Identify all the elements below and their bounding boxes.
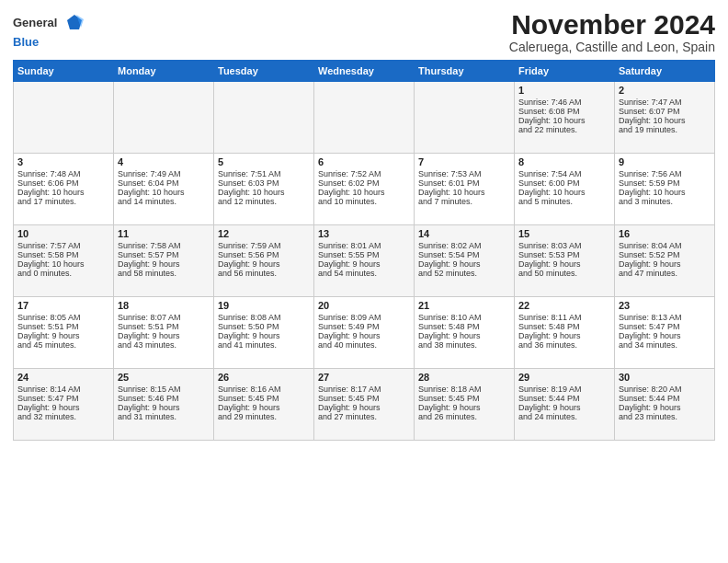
day-info: Sunrise: 8:07 AM — [118, 313, 210, 322]
day-info: Sunrise: 7:49 AM — [118, 169, 210, 178]
day-info: Sunset: 5:48 PM — [418, 322, 510, 331]
calendar-cell: 12Sunrise: 7:59 AMSunset: 5:56 PMDayligh… — [214, 225, 314, 297]
day-number: 8 — [518, 156, 610, 167]
calendar-week-row: 3Sunrise: 7:48 AMSunset: 6:06 PMDaylight… — [14, 154, 715, 225]
day-number: 12 — [218, 228, 310, 239]
day-info: and 19 minutes. — [619, 125, 711, 134]
day-info: Sunrise: 7:59 AM — [218, 241, 310, 250]
day-number: 30 — [619, 372, 711, 383]
day-info: Daylight: 10 hours — [17, 188, 109, 197]
calendar-cell: 10Sunrise: 7:57 AMSunset: 5:58 PMDayligh… — [14, 225, 114, 297]
day-info: and 10 minutes. — [318, 197, 410, 206]
day-info: Sunset: 5:48 PM — [518, 322, 610, 331]
day-info: Sunrise: 8:09 AM — [318, 313, 410, 322]
day-info: Sunset: 5:57 PM — [118, 250, 210, 259]
day-info: Sunrise: 8:20 AM — [619, 385, 711, 394]
day-info: Sunset: 5:51 PM — [118, 322, 210, 331]
day-info: and 34 minutes. — [619, 340, 711, 350]
day-info: Sunrise: 7:48 AM — [17, 169, 109, 178]
day-number: 15 — [518, 228, 610, 239]
day-info: and 24 minutes. — [518, 412, 610, 421]
day-info: Sunrise: 7:51 AM — [218, 169, 310, 178]
day-info: and 0 minutes. — [17, 269, 109, 278]
day-info: and 54 minutes. — [318, 269, 410, 278]
day-info: Sunrise: 8:05 AM — [17, 313, 109, 322]
logo-general: General — [13, 16, 57, 29]
day-info: Sunset: 5:49 PM — [318, 322, 410, 331]
day-info: Sunrise: 7:52 AM — [318, 169, 410, 178]
day-info: Sunrise: 8:17 AM — [318, 385, 410, 394]
calendar-cell: 22Sunrise: 8:11 AMSunset: 5:48 PMDayligh… — [515, 297, 615, 369]
day-info: Sunrise: 8:13 AM — [619, 313, 711, 322]
day-info: Sunset: 5:50 PM — [218, 322, 310, 331]
calendar-cell: 21Sunrise: 8:10 AMSunset: 5:48 PMDayligh… — [415, 297, 515, 369]
day-info: Sunset: 5:51 PM — [17, 322, 109, 331]
calendar-cell: 1Sunrise: 7:46 AMSunset: 6:08 PMDaylight… — [515, 82, 615, 154]
calendar-cell: 18Sunrise: 8:07 AMSunset: 5:51 PMDayligh… — [114, 297, 214, 369]
day-info: Sunset: 6:01 PM — [418, 178, 510, 188]
day-info: Daylight: 9 hours — [518, 403, 610, 412]
calendar-cell: 15Sunrise: 8:03 AMSunset: 5:53 PMDayligh… — [515, 225, 615, 297]
day-info: Daylight: 9 hours — [318, 331, 410, 340]
calendar-cell: 14Sunrise: 8:02 AMSunset: 5:54 PMDayligh… — [415, 225, 515, 297]
day-info: and 31 minutes. — [118, 412, 210, 421]
day-number: 28 — [418, 372, 510, 383]
day-number: 2 — [619, 85, 711, 96]
header: General Blue November 2024 Caleruega, Ca… — [13, 9, 715, 54]
day-info: and 5 minutes. — [518, 197, 610, 206]
day-info: Sunrise: 8:10 AM — [418, 313, 510, 322]
day-info: Daylight: 9 hours — [17, 403, 109, 412]
day-info: and 17 minutes. — [17, 197, 109, 206]
day-info: and 38 minutes. — [418, 340, 510, 350]
day-info: Sunrise: 7:54 AM — [518, 169, 610, 178]
calendar-cell: 23Sunrise: 8:13 AMSunset: 5:47 PMDayligh… — [615, 297, 715, 369]
header-monday: Monday — [114, 61, 214, 82]
day-number: 25 — [118, 372, 210, 383]
month-title: November 2024 — [509, 9, 715, 40]
day-info: and 26 minutes. — [418, 412, 510, 421]
day-info: and 14 minutes. — [118, 197, 210, 206]
day-info: and 58 minutes. — [118, 269, 210, 278]
day-info: and 41 minutes. — [218, 340, 310, 350]
day-info: Daylight: 9 hours — [619, 403, 711, 412]
day-info: Sunrise: 7:58 AM — [118, 241, 210, 250]
day-info: and 47 minutes. — [619, 269, 711, 278]
day-info: Daylight: 9 hours — [418, 403, 510, 412]
day-info: Sunset: 6:06 PM — [17, 178, 109, 188]
day-info: and 32 minutes. — [17, 412, 109, 421]
calendar-week-row: 17Sunrise: 8:05 AMSunset: 5:51 PMDayligh… — [14, 297, 715, 369]
day-info: Sunset: 5:55 PM — [318, 250, 410, 259]
day-info: Sunset: 5:45 PM — [418, 394, 510, 403]
day-number: 10 — [17, 228, 109, 239]
day-number: 23 — [619, 300, 711, 311]
location-subtitle: Caleruega, Castille and Leon, Spain — [509, 40, 715, 54]
day-info: Sunrise: 8:16 AM — [218, 385, 310, 394]
day-info: and 43 minutes. — [118, 340, 210, 350]
day-number: 26 — [218, 372, 310, 383]
day-number: 17 — [17, 300, 109, 311]
day-number: 19 — [218, 300, 310, 311]
page: General Blue November 2024 Caleruega, Ca… — [0, 0, 728, 563]
calendar-cell: 27Sunrise: 8:17 AMSunset: 5:45 PMDayligh… — [314, 369, 415, 441]
calendar-cell: 30Sunrise: 8:20 AMSunset: 5:44 PMDayligh… — [615, 369, 715, 441]
day-info: Sunrise: 8:19 AM — [518, 385, 610, 394]
day-info: and 52 minutes. — [418, 269, 510, 278]
day-number: 16 — [619, 228, 711, 239]
day-info: Sunset: 5:44 PM — [518, 394, 610, 403]
day-info: and 40 minutes. — [318, 340, 410, 350]
calendar-cell: 28Sunrise: 8:18 AMSunset: 5:45 PMDayligh… — [415, 369, 515, 441]
day-info: Daylight: 10 hours — [518, 116, 610, 125]
day-number: 7 — [418, 156, 510, 167]
day-info: Sunset: 6:00 PM — [518, 178, 610, 188]
header-wednesday: Wednesday — [314, 61, 415, 82]
day-info: and 3 minutes. — [619, 197, 711, 206]
day-info: Sunset: 5:44 PM — [619, 394, 711, 403]
day-info: Daylight: 9 hours — [518, 331, 610, 340]
day-info: Sunset: 6:03 PM — [218, 178, 310, 188]
day-info: Daylight: 10 hours — [17, 259, 109, 269]
calendar-cell: 25Sunrise: 8:15 AMSunset: 5:46 PMDayligh… — [114, 369, 214, 441]
calendar-cell: 24Sunrise: 8:14 AMSunset: 5:47 PMDayligh… — [14, 369, 114, 441]
header-saturday: Saturday — [615, 61, 715, 82]
day-info: Sunrise: 8:04 AM — [619, 241, 711, 250]
day-info: Sunset: 5:54 PM — [418, 250, 510, 259]
